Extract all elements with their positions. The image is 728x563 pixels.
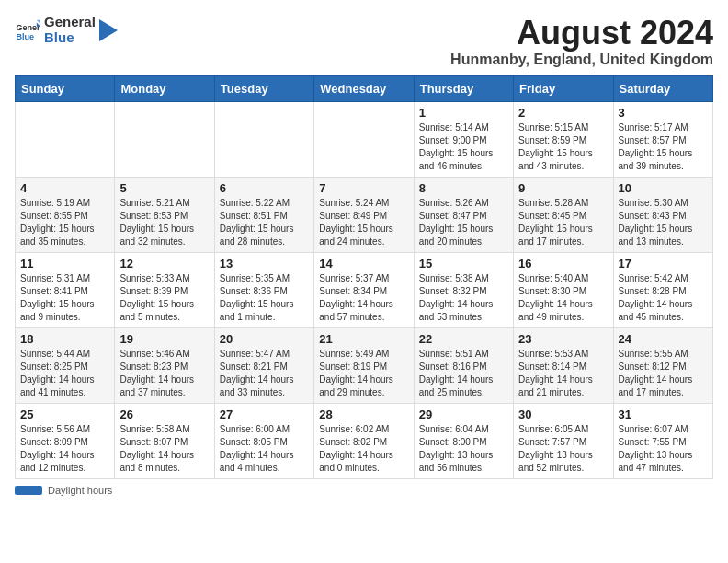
day-info: Sunrise: 5:33 AM Sunset: 8:39 PM Dayligh… [119,272,209,324]
day-number: 26 [119,408,209,421]
calendar-cell [115,101,214,177]
calendar-cell: 28Sunrise: 6:02 AM Sunset: 8:02 PM Dayli… [314,403,414,478]
calendar-cell [314,101,414,177]
day-info: Sunrise: 5:31 AM Sunset: 8:41 PM Dayligh… [20,272,109,324]
day-info: Sunrise: 5:26 AM Sunset: 8:47 PM Dayligh… [419,197,508,248]
calendar-cell: 31Sunrise: 6:07 AM Sunset: 7:55 PM Dayli… [613,403,712,478]
column-header-monday: Monday [115,75,214,101]
logo-icon: General Blue [15,17,40,43]
calendar-week-row: 18Sunrise: 5:44 AM Sunset: 8:25 PM Dayli… [16,327,713,403]
day-number: 12 [119,257,209,270]
day-info: Sunrise: 6:07 AM Sunset: 7:55 PM Dayligh… [619,423,708,475]
column-header-sunday: Sunday [16,75,115,101]
day-info: Sunrise: 6:05 AM Sunset: 7:57 PM Dayligh… [518,423,608,475]
day-info: Sunrise: 5:24 AM Sunset: 8:49 PM Dayligh… [319,197,408,248]
calendar-cell: 16Sunrise: 5:40 AM Sunset: 8:30 PM Dayli… [514,252,613,327]
logo-general: General [44,15,96,30]
calendar-cell: 20Sunrise: 5:47 AM Sunset: 8:21 PM Dayli… [214,327,313,403]
day-number: 16 [518,257,608,270]
day-number: 13 [220,257,309,270]
daylight-bar [15,486,42,495]
day-info: Sunrise: 5:55 AM Sunset: 8:12 PM Dayligh… [619,348,708,399]
day-info: Sunrise: 5:51 AM Sunset: 8:16 PM Dayligh… [419,348,508,399]
calendar-cell: 11Sunrise: 5:31 AM Sunset: 8:41 PM Dayli… [16,252,115,327]
day-number: 31 [619,408,708,421]
location-subtitle: Hunmanby, England, United Kingdom [450,52,713,68]
day-info: Sunrise: 5:19 AM Sunset: 8:55 PM Dayligh… [20,197,109,248]
calendar-cell: 14Sunrise: 5:37 AM Sunset: 8:34 PM Dayli… [314,252,414,327]
calendar-cell: 26Sunrise: 5:58 AM Sunset: 8:07 PM Dayli… [115,403,214,478]
calendar-cell: 15Sunrise: 5:38 AM Sunset: 8:32 PM Dayli… [414,252,513,327]
day-number: 3 [619,106,708,120]
calendar-cell: 25Sunrise: 5:56 AM Sunset: 8:09 PM Dayli… [16,403,115,478]
day-info: Sunrise: 6:00 AM Sunset: 8:05 PM Dayligh… [220,423,309,475]
calendar-cell: 19Sunrise: 5:46 AM Sunset: 8:23 PM Dayli… [115,327,214,403]
day-info: Sunrise: 5:46 AM Sunset: 8:23 PM Dayligh… [119,348,209,399]
day-number: 1 [419,106,508,120]
column-header-saturday: Saturday [613,75,712,101]
day-number: 19 [119,332,209,346]
day-info: Sunrise: 5:17 AM Sunset: 8:57 PM Dayligh… [619,121,708,173]
calendar-week-row: 25Sunrise: 5:56 AM Sunset: 8:09 PM Dayli… [16,403,713,478]
day-number: 18 [20,332,109,346]
day-info: Sunrise: 5:49 AM Sunset: 8:19 PM Dayligh… [319,348,408,399]
day-number: 4 [20,181,109,195]
day-number: 20 [220,332,309,346]
day-number: 27 [220,408,309,421]
calendar-cell: 7Sunrise: 5:24 AM Sunset: 8:49 PM Daylig… [314,177,414,252]
calendar-cell: 22Sunrise: 5:51 AM Sunset: 8:16 PM Dayli… [414,327,513,403]
day-info: Sunrise: 5:53 AM Sunset: 8:14 PM Dayligh… [518,348,608,399]
day-number: 10 [619,181,708,195]
day-info: Sunrise: 5:21 AM Sunset: 8:53 PM Dayligh… [119,197,209,248]
calendar-cell [214,101,313,177]
calendar-cell: 6Sunrise: 5:22 AM Sunset: 8:51 PM Daylig… [214,177,313,252]
calendar-cell: 17Sunrise: 5:42 AM Sunset: 8:28 PM Dayli… [613,252,712,327]
svg-marker-4 [99,19,118,41]
logo-blue: Blue [44,30,96,46]
calendar-cell: 29Sunrise: 6:04 AM Sunset: 8:00 PM Dayli… [414,403,513,478]
calendar-cell: 9Sunrise: 5:28 AM Sunset: 8:45 PM Daylig… [514,177,613,252]
svg-text:Blue: Blue [16,31,34,40]
day-info: Sunrise: 5:38 AM Sunset: 8:32 PM Dayligh… [419,272,508,324]
logo: General Blue General Blue [15,15,118,45]
calendar-cell: 30Sunrise: 6:05 AM Sunset: 7:57 PM Dayli… [514,403,613,478]
day-info: Sunrise: 5:44 AM Sunset: 8:25 PM Dayligh… [20,348,109,399]
calendar-cell: 2Sunrise: 5:15 AM Sunset: 8:59 PM Daylig… [514,101,613,177]
day-number: 9 [518,181,608,195]
day-info: Sunrise: 5:28 AM Sunset: 8:45 PM Dayligh… [518,197,608,248]
calendar-cell: 5Sunrise: 5:21 AM Sunset: 8:53 PM Daylig… [115,177,214,252]
day-number: 21 [319,332,408,346]
day-info: Sunrise: 5:40 AM Sunset: 8:30 PM Dayligh… [518,272,608,324]
day-number: 24 [619,332,708,346]
title-area: August 2024 Hunmanby, England, United Ki… [450,15,713,68]
calendar-header-row: SundayMondayTuesdayWednesdayThursdayFrid… [16,75,713,101]
day-info: Sunrise: 6:02 AM Sunset: 8:02 PM Dayligh… [319,423,408,475]
calendar-cell: 10Sunrise: 5:30 AM Sunset: 8:43 PM Dayli… [613,177,712,252]
calendar-table: SundayMondayTuesdayWednesdayThursdayFrid… [15,75,713,479]
day-number: 15 [419,257,508,270]
calendar-cell: 12Sunrise: 5:33 AM Sunset: 8:39 PM Dayli… [115,252,214,327]
day-number: 7 [319,181,408,195]
footer-note: Daylight hours [15,485,713,496]
day-info: Sunrise: 5:35 AM Sunset: 8:36 PM Dayligh… [220,272,309,324]
calendar-cell: 27Sunrise: 6:00 AM Sunset: 8:05 PM Dayli… [214,403,313,478]
day-number: 11 [20,257,109,270]
day-number: 8 [419,181,508,195]
day-info: Sunrise: 5:58 AM Sunset: 8:07 PM Dayligh… [119,423,209,475]
column-header-friday: Friday [514,75,613,101]
day-info: Sunrise: 5:14 AM Sunset: 9:00 PM Dayligh… [419,121,508,173]
column-header-thursday: Thursday [414,75,513,101]
calendar-cell: 8Sunrise: 5:26 AM Sunset: 8:47 PM Daylig… [414,177,513,252]
calendar-week-row: 1Sunrise: 5:14 AM Sunset: 9:00 PM Daylig… [16,101,713,177]
day-info: Sunrise: 5:22 AM Sunset: 8:51 PM Dayligh… [220,197,309,248]
day-info: Sunrise: 5:42 AM Sunset: 8:28 PM Dayligh… [619,272,708,324]
calendar-cell [16,101,115,177]
day-number: 30 [518,408,608,421]
daylight-label: Daylight hours [48,485,112,496]
calendar-cell: 1Sunrise: 5:14 AM Sunset: 9:00 PM Daylig… [414,101,513,177]
calendar-cell: 13Sunrise: 5:35 AM Sunset: 8:36 PM Dayli… [214,252,313,327]
column-header-tuesday: Tuesday [214,75,313,101]
calendar-cell: 24Sunrise: 5:55 AM Sunset: 8:12 PM Dayli… [613,327,712,403]
day-number: 23 [518,332,608,346]
day-info: Sunrise: 5:56 AM Sunset: 8:09 PM Dayligh… [20,423,109,475]
